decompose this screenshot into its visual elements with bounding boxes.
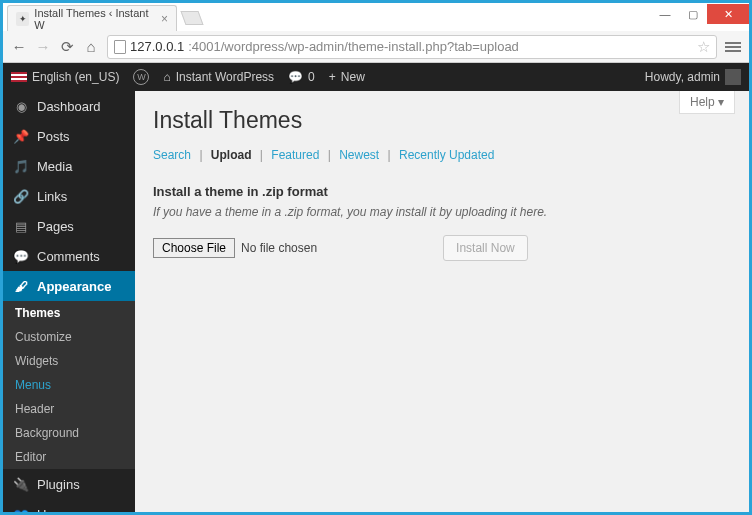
avatar xyxy=(725,69,741,85)
link-icon: 🔗 xyxy=(13,188,29,204)
close-tab-icon[interactable]: × xyxy=(161,12,168,26)
tab-featured[interactable]: Featured xyxy=(271,148,319,162)
flag-icon xyxy=(11,72,27,82)
chrome-menu-icon[interactable] xyxy=(725,42,741,52)
tab-title: Install Themes ‹ Instant W xyxy=(34,7,156,31)
sidebar-item-media[interactable]: 🎵 Media xyxy=(3,151,135,181)
users-icon: 👥 xyxy=(13,506,29,512)
pin-icon: 📌 xyxy=(13,128,29,144)
browser-tab[interactable]: ✦ Install Themes ‹ Instant W × xyxy=(7,5,177,31)
url-path: :4001/wordpress/wp-admin/theme-install.p… xyxy=(188,39,519,54)
site-name: Instant WordPress xyxy=(176,70,274,84)
comment-icon: 💬 xyxy=(288,70,303,84)
submenu-menus[interactable]: Menus xyxy=(3,373,135,397)
dashboard-icon: ◉ xyxy=(13,98,29,114)
sidebar-item-users[interactable]: 👥 Users xyxy=(3,499,135,512)
page-icon: ▤ xyxy=(13,218,29,234)
upload-description: If you have a theme in a .zip format, yo… xyxy=(153,205,731,219)
brush-icon: 🖌 xyxy=(13,278,29,294)
plugin-icon: 🔌 xyxy=(13,476,29,492)
chevron-down-icon: ▾ xyxy=(718,95,724,109)
choose-file-button[interactable]: Choose File xyxy=(153,238,235,258)
howdy-text: Howdy, admin xyxy=(645,70,720,84)
wp-admin-bar: English (en_US) W ⌂ Instant WordPress 💬 … xyxy=(3,63,749,91)
plus-icon: + xyxy=(329,70,336,84)
help-tab[interactable]: Help ▾ xyxy=(679,91,735,114)
new-content-link[interactable]: + New xyxy=(329,70,365,84)
url-host: 127.0.0.1 xyxy=(130,39,184,54)
sidebar-item-dashboard[interactable]: ◉ Dashboard xyxy=(3,91,135,121)
favicon-icon: ✦ xyxy=(16,12,29,26)
new-tab-button[interactable] xyxy=(180,11,203,25)
browser-tab-strip: ✦ Install Themes ‹ Instant W × — ▢ ✕ xyxy=(3,3,749,31)
submenu-customize[interactable]: Customize xyxy=(3,325,135,349)
address-bar[interactable]: 127.0.0.1:4001/wordpress/wp-admin/theme-… xyxy=(107,35,717,59)
tab-search[interactable]: Search xyxy=(153,148,191,162)
theme-install-tabs: Search | Upload | Featured | Newest | Re… xyxy=(153,148,731,162)
sidebar-item-plugins[interactable]: 🔌 Plugins xyxy=(3,469,135,499)
window-minimize-button[interactable]: — xyxy=(651,4,679,24)
sidebar-item-posts[interactable]: 📌 Posts xyxy=(3,121,135,151)
page-icon xyxy=(114,40,126,54)
forward-button[interactable]: → xyxy=(35,39,51,55)
admin-sidebar: ◉ Dashboard 📌 Posts 🎵 Media 🔗 Links ▤ Pa… xyxy=(3,91,135,512)
language-label: English (en_US) xyxy=(32,70,119,84)
install-now-button[interactable]: Install Now xyxy=(443,235,528,261)
window-maximize-button[interactable]: ▢ xyxy=(679,4,707,24)
tab-recently-updated[interactable]: Recently Updated xyxy=(399,148,494,162)
comments-link[interactable]: 💬 0 xyxy=(288,70,315,84)
comments-count: 0 xyxy=(308,70,315,84)
appearance-submenu: Themes Customize Widgets Menus Header Ba… xyxy=(3,301,135,469)
comment-icon: 💬 xyxy=(13,248,29,264)
home-icon: ⌂ xyxy=(163,70,170,84)
bookmark-star-icon[interactable]: ☆ xyxy=(697,38,710,56)
browser-toolbar: ← → ⟳ ⌂ 127.0.0.1:4001/wordpress/wp-admi… xyxy=(3,31,749,63)
site-name-link[interactable]: ⌂ Instant WordPress xyxy=(163,70,274,84)
window-close-button[interactable]: ✕ xyxy=(707,4,749,24)
submenu-background[interactable]: Background xyxy=(3,421,135,445)
submenu-themes[interactable]: Themes xyxy=(3,301,135,325)
sidebar-item-appearance[interactable]: 🖌 Appearance xyxy=(3,271,135,301)
new-label: New xyxy=(341,70,365,84)
tab-newest[interactable]: Newest xyxy=(339,148,379,162)
submenu-editor[interactable]: Editor xyxy=(3,445,135,469)
submenu-header[interactable]: Header xyxy=(3,397,135,421)
wordpress-logo-icon: W xyxy=(133,69,149,85)
language-switcher[interactable]: English (en_US) xyxy=(11,70,119,84)
file-chosen-text: No file chosen xyxy=(241,241,317,255)
reload-button[interactable]: ⟳ xyxy=(59,39,75,55)
sidebar-item-pages[interactable]: ▤ Pages xyxy=(3,211,135,241)
upload-heading: Install a theme in .zip format xyxy=(153,184,731,199)
main-content: Help ▾ Install Themes Search | Upload | … xyxy=(135,91,749,512)
tab-upload[interactable]: Upload xyxy=(211,148,252,162)
media-icon: 🎵 xyxy=(13,158,29,174)
back-button[interactable]: ← xyxy=(11,39,27,55)
sidebar-item-comments[interactable]: 💬 Comments xyxy=(3,241,135,271)
sidebar-item-links[interactable]: 🔗 Links xyxy=(3,181,135,211)
wp-logo-menu[interactable]: W xyxy=(133,69,149,85)
submenu-widgets[interactable]: Widgets xyxy=(3,349,135,373)
home-button[interactable]: ⌂ xyxy=(83,39,99,55)
user-account-menu[interactable]: Howdy, admin xyxy=(645,69,741,85)
file-input[interactable]: Choose File No file chosen xyxy=(153,238,317,258)
page-title: Install Themes xyxy=(153,107,731,134)
